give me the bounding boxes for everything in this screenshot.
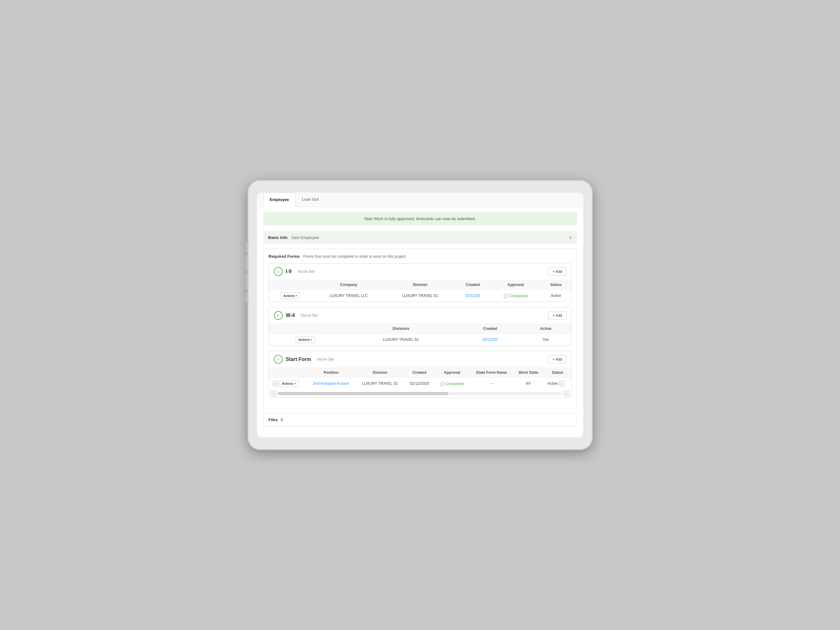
i9-created-link[interactable]: 02/12/20 (465, 293, 480, 298)
form-card-w4: ✓ W-4 You're Set + Add Divisions Created (268, 307, 572, 346)
startform-approval-badge: ✓ Completed (440, 382, 464, 386)
startform-scrollbar-left-arrow-icon[interactable]: ‹ (271, 391, 276, 396)
i9-row-actions: Actions ▾ (269, 290, 312, 302)
startform-row-created: 02/12/2020 (404, 378, 434, 390)
i9-col-created: Created (455, 280, 491, 290)
form-card-startform: ✓ Start Form You're Set + Add Position (268, 351, 572, 398)
tab-employee[interactable]: Employee (263, 192, 295, 207)
startform-col-actions (269, 368, 307, 378)
w4-actions-button[interactable]: Actions ▾ (295, 336, 315, 343)
startform-col-stateformname: State Form Name (470, 368, 513, 378)
w4-add-button[interactable]: + Add (548, 311, 566, 320)
required-forms-header: Required Forms Forms that must be comple… (268, 254, 572, 259)
alert-banner: Start Work is fully approved, timecards … (263, 212, 577, 225)
startform-add-button[interactable]: + Add (548, 355, 566, 364)
form-card-i9-header: ✓ I-9 You're Set + Add (269, 263, 572, 280)
w4-row-actions: Actions ▾ (269, 334, 342, 346)
form-w4-title-group: ✓ W-4 You're Set (274, 311, 318, 320)
tablet-frame: Employee Loan Out Start Work is fully ap… (248, 180, 593, 450)
startform-scrollbar-track (278, 392, 563, 395)
w4-col-actions (269, 324, 342, 334)
w4-row-active: Yes (520, 334, 572, 346)
basic-info-section[interactable]: Basic Info Sam Employee ∨ (263, 231, 577, 244)
form-startform-title-group: ✓ Start Form You're Set (274, 355, 334, 364)
startform-row-stateformname: -- (470, 378, 513, 390)
i9-row-division: LUXURY TRAVEL S1 (385, 290, 455, 302)
startform-check-icon: ✓ (274, 355, 283, 364)
w4-actions-arrow-icon: ▾ (311, 338, 312, 341)
startform-row-status: Active › (544, 378, 572, 390)
required-forms-section: Required Forms Forms that must be comple… (263, 249, 577, 408)
i9-table: Company Division Created Approval Status (269, 280, 572, 302)
tab-loan-out[interactable]: Loan Out (295, 192, 325, 207)
startform-scrollbar-right-arrow-icon[interactable]: › (564, 391, 570, 396)
startform-row-approval: ✓ Completed (434, 378, 470, 390)
i9-col-actions (269, 280, 312, 290)
i9-col-status: Status (541, 280, 571, 290)
i9-actions-button[interactable]: Actions ▾ (281, 292, 300, 299)
basic-info-chevron-icon: ∨ (569, 235, 572, 240)
startform-col-status: Status (544, 368, 572, 378)
startform-col-approval: Approval (434, 368, 470, 378)
startform-table-row: ‹ Actions ▾ 2nd Assistant A (269, 378, 572, 390)
form-card-startform-header: ✓ Start Form You're Set + Add (269, 351, 572, 367)
side-button-4 (246, 293, 248, 302)
w4-row-created: 02/12/20 (460, 334, 520, 346)
w4-col-created: Created (460, 324, 520, 334)
startform-row-division: LUXURY TRAVEL S1 (355, 378, 404, 390)
i9-approval-check-icon: ✓ (504, 294, 508, 298)
side-button-2 (246, 255, 248, 271)
i9-row-status: Active (541, 290, 571, 302)
startform-table: Position Division Created Approval State… (269, 367, 572, 389)
w4-check-icon: ✓ (274, 311, 283, 320)
tablet-screen: Employee Loan Out Start Work is fully ap… (257, 192, 583, 438)
startform-scroll-right-icon[interactable]: › (559, 381, 565, 386)
startform-row-position: 2nd Assistant Accoun (306, 378, 355, 390)
side-button-3 (246, 274, 248, 290)
startform-actions-button[interactable]: Actions ▾ (279, 380, 299, 387)
i9-col-approval: Approval (491, 280, 541, 290)
startform-col-workstate: Work State (513, 368, 544, 378)
i9-add-button[interactable]: + Add (548, 268, 566, 276)
startform-table-scroll: Position Division Created Approval State… (269, 367, 572, 389)
files-section: Files 0 (263, 413, 577, 426)
i9-approval-badge: ✓ Completed (504, 294, 527, 298)
basic-info-title: Basic Info Sam Employee (268, 235, 319, 240)
startform-col-position: Position (306, 368, 355, 378)
startform-position-link[interactable]: 2nd Assistant Accoun (313, 381, 349, 386)
form-i9-title-group: ✓ I-9 You're Set (274, 267, 314, 276)
i9-row-created: 02/12/20 (455, 290, 491, 302)
i9-row-company: LUXURY TRAVEL LLC (312, 290, 385, 302)
w4-table-header-row: Divisions Created Active (269, 324, 572, 334)
startform-actions-arrow-icon: ▾ (294, 382, 296, 385)
startform-table-header-row: Position Division Created Approval State… (269, 368, 572, 378)
i9-table-row: Actions ▾ LUXURY TRAVEL LLC LUXURY TRAVE… (269, 290, 572, 302)
i9-actions-arrow-icon: ▾ (295, 294, 297, 297)
i9-col-company: Company (312, 280, 385, 290)
w4-col-divisions: Divisions (342, 324, 460, 334)
main-content: Start Work is fully approved, timecards … (257, 207, 583, 431)
form-card-w4-header: ✓ W-4 You're Set + Add (269, 307, 572, 324)
w4-table-row: Actions ▾ LUXURY TRAVEL S1 02/12/20 Yes (269, 334, 572, 346)
startform-scroll-left-icon[interactable]: ‹ (273, 381, 278, 386)
tabs-bar: Employee Loan Out (257, 192, 583, 207)
startform-col-created: Created (404, 368, 434, 378)
w4-table: Divisions Created Active Actions ▾ (269, 324, 572, 346)
tablet-side-buttons (246, 243, 248, 302)
startform-approval-check-icon: ✓ (440, 382, 445, 386)
startform-row-actions: ‹ Actions ▾ (269, 378, 307, 390)
startform-scrollbar-thumb[interactable] (278, 392, 449, 395)
w4-row-division: LUXURY TRAVEL S1 (342, 334, 460, 346)
startform-col-division: Division (355, 368, 404, 378)
w4-col-active: Active (520, 324, 572, 334)
i9-check-icon: ✓ (274, 267, 283, 276)
startform-row-workstate: NY (513, 378, 544, 390)
i9-table-header-row: Company Division Created Approval Status (269, 280, 572, 290)
w4-created-link[interactable]: 02/12/20 (483, 337, 497, 342)
i9-row-approval: ✓ Completed (491, 290, 541, 302)
side-button-1 (246, 243, 248, 252)
i9-col-division: Division (385, 280, 455, 290)
form-card-i9: ✓ I-9 You're Set + Add Company Division (268, 263, 572, 302)
